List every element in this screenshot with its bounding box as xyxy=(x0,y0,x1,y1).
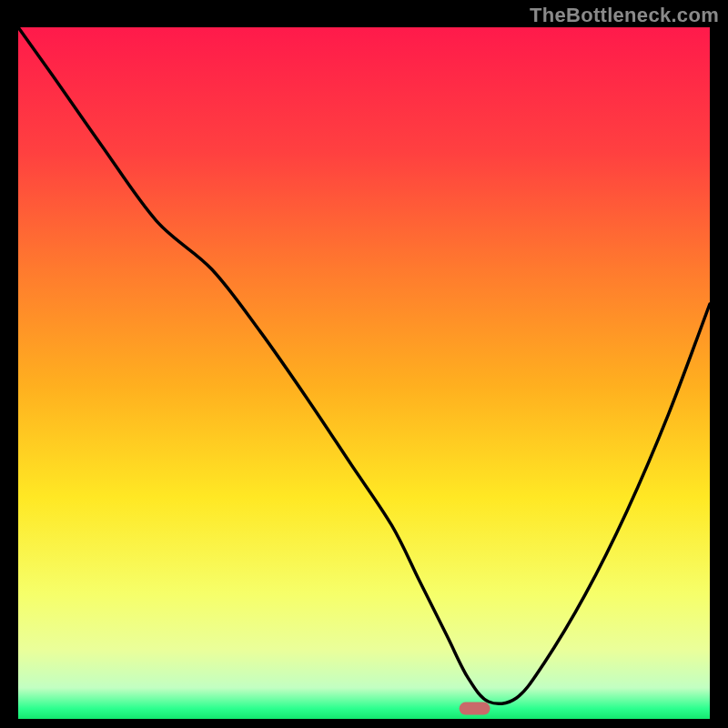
chart-frame: TheBottleneck.com xyxy=(0,0,728,728)
optimal-marker xyxy=(460,703,490,715)
chart-svg xyxy=(18,27,710,719)
plot-area xyxy=(18,27,710,719)
watermark-text: TheBottleneck.com xyxy=(530,4,719,27)
gradient-background xyxy=(18,27,710,719)
